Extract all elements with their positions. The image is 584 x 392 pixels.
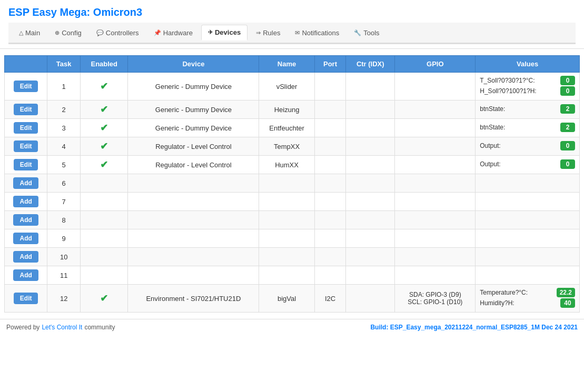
values-cell [476,211,580,229]
hardware-icon: 📌 [154,29,161,36]
add-button[interactable]: Add [13,177,38,189]
col-header-gpio: GPIO [395,56,476,73]
values-cell [476,266,580,285]
values-cell [476,174,580,193]
name-cell [259,193,315,211]
value-row: Humidity?H:40 [480,298,575,308]
name-cell [259,248,315,266]
ctr-cell [346,229,395,248]
gpio-cell: SDA: GPIO-3 (D9)SCL: GPIO-1 (D10) [395,285,476,313]
task-number: 4 [47,137,81,156]
table-row: Edit12✔Environment - SI7021/HTU21DbigVal… [5,285,580,313]
nav-label-notifications: Notifications [302,29,339,37]
value-label: Output: [480,160,558,168]
name-cell: TempXX [259,137,315,156]
name-cell: bigVal [259,285,315,313]
nav-item-hardware[interactable]: 📌Hardware [147,26,199,40]
nav-item-devices[interactable]: ✈Devices [201,25,248,41]
name-cell: Heizung [259,100,315,119]
device-cell [128,229,259,248]
enabled-cell: ✔ [81,285,128,313]
port-cell [314,211,345,229]
values-cell: btnState:2 [476,100,580,119]
main-content: TaskEnabledDeviceNamePortCtr (IDX)GPIOVa… [0,49,584,317]
name-cell: Entfeuchter [259,119,315,137]
nav-label-hardware: Hardware [163,29,193,37]
task-number: 2 [47,100,81,119]
values-cell [476,248,580,266]
gpio-cell [395,137,476,156]
table-row: Edit1✔Generic - Dummy DevicevSliderT_Sol… [5,73,580,100]
device-cell [128,211,259,229]
task-number: 6 [47,174,81,193]
nav-item-controllers[interactable]: 💬Controllers [90,26,145,40]
add-button[interactable]: Add [13,233,38,244]
add-button[interactable]: Add [13,251,38,263]
ctr-cell [346,174,395,193]
task-number: 5 [47,156,81,174]
col-header-ctr--idx-: Ctr (IDX) [346,56,395,73]
ctr-cell [346,137,395,156]
main-icon: △ [19,29,23,36]
gpio-cell [395,248,476,266]
ctr-cell [346,285,395,313]
col-header-name: Name [259,56,315,73]
checkmark-icon: ✔ [100,141,108,152]
name-cell [259,211,315,229]
value-badge: 0 [560,159,575,169]
table-row: Add8 [5,211,580,229]
value-label: Output: [480,142,558,149]
devices-table: TaskEnabledDeviceNamePortCtr (IDX)GPIOVa… [4,55,580,313]
enabled-cell [81,248,128,266]
table-row: Add6 [5,174,580,193]
port-cell [314,100,345,119]
add-button[interactable]: Add [13,214,38,226]
col-header-enabled: Enabled [81,56,128,73]
add-button[interactable]: Add [13,269,38,281]
values-cell: btnState:2 [476,119,580,137]
nav-item-main[interactable]: △Main [13,26,46,40]
table-row: Edit3✔Generic - Dummy DeviceEntfeuchterb… [5,119,580,137]
name-cell: HumXX [259,156,315,174]
col-header-port: Port [314,56,345,73]
value-row: btnState:2 [480,104,575,114]
nav-label-devices: Devices [215,28,241,36]
task-number: 11 [47,266,81,285]
edit-button[interactable]: Edit [14,104,38,115]
device-cell: Generic - Dummy Device [128,100,259,119]
name-cell: vSlider [259,73,315,100]
config-icon: ⊕ [55,29,60,36]
edit-button[interactable]: Edit [14,293,38,304]
gpio-cell [395,73,476,100]
nav-label-tools: Tools [363,29,379,37]
edit-button[interactable]: Edit [14,140,38,152]
nav-item-notifications[interactable]: ✉Notifications [289,26,345,40]
add-button[interactable]: Add [13,196,38,207]
value-label: btnState: [480,105,558,113]
rules-icon: ⇒ [256,29,261,36]
nav-label-controllers: Controllers [106,29,139,37]
value-badge: 22.2 [557,288,575,297]
values-cell [476,193,580,211]
nav-item-config[interactable]: ⊕Config [48,26,88,40]
enabled-cell [81,211,128,229]
port-cell [314,193,345,211]
values-cell: Output:0 [476,137,580,156]
gpio-cell [395,119,476,137]
edit-button[interactable]: Edit [14,81,38,92]
port-cell [314,119,345,137]
enabled-cell [81,266,128,285]
edit-button[interactable]: Edit [14,159,38,170]
port-cell [314,248,345,266]
edit-button[interactable]: Edit [14,122,38,134]
nav-item-rules[interactable]: ⇒Rules [250,26,286,40]
task-number: 10 [47,248,81,266]
table-row: Edit2✔Generic - Dummy DeviceHeizungbtnSt… [5,100,580,119]
col-header-device: Device [128,56,259,73]
nav-item-tools[interactable]: 🔧Tools [348,26,385,40]
device-cell [128,174,259,193]
table-row: Add7 [5,193,580,211]
lets-control-it-link[interactable]: Let's Control It [42,324,82,331]
value-badge: 0 [560,86,575,96]
device-cell: Generic - Dummy Device [128,119,259,137]
